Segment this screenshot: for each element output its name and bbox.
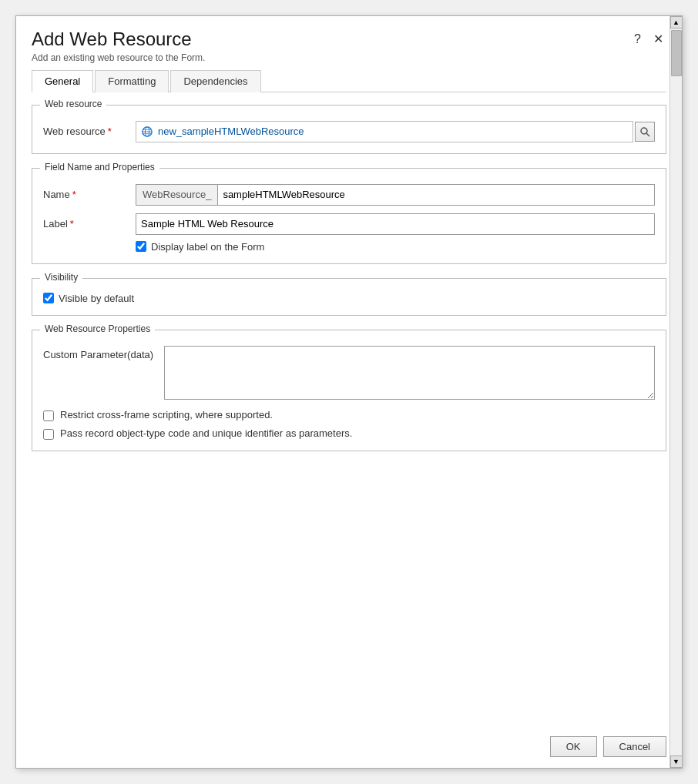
name-input[interactable] (218, 184, 655, 206)
tab-bar: General Formatting Dependencies (32, 69, 666, 92)
tab-formatting[interactable]: Formatting (95, 70, 169, 92)
svg-point-5 (641, 128, 647, 134)
name-required-star: * (72, 189, 76, 200)
custom-param-row: Custom Parameter(data) (43, 346, 655, 400)
restrict-cross-frame-text: Restrict cross-frame scripting, where su… (60, 409, 273, 420)
web-resource-field-row: Web resource * (43, 121, 655, 142)
name-label: Name * (43, 189, 136, 200)
dialog-title-area: Add Web Resource Add an existing web res… (32, 28, 205, 63)
label-input[interactable] (136, 213, 655, 235)
dialog-container: ▲ ▼ Add Web Resource Add an existing web… (0, 0, 698, 784)
web-resource-required-star: * (108, 126, 112, 137)
field-name-legend: Field Name and Properties (40, 162, 159, 173)
label-label: Label * (43, 218, 136, 230)
ok-button[interactable]: OK (550, 736, 597, 757)
dialog-title: Add Web Resource (32, 28, 205, 51)
web-resource-properties-legend: Web Resource Properties (40, 323, 155, 334)
visibility-legend: Visibility (40, 272, 82, 283)
custom-param-textarea[interactable] (164, 346, 655, 400)
scrollbar-track[interactable]: ▲ ▼ (669, 16, 682, 768)
svg-line-6 (646, 133, 649, 136)
dialog-titlebar: Add Web Resource Add an existing web res… (16, 16, 682, 69)
web-resource-properties-section: Web Resource Properties Custom Parameter… (32, 330, 666, 451)
web-resource-label: Web resource * (43, 126, 136, 137)
web-resource-icon (141, 126, 153, 138)
web-resource-legend: Web resource (40, 99, 106, 109)
web-resource-value: new_sampleHTMLWebResource (158, 126, 628, 137)
pass-record-checkbox[interactable] (43, 429, 54, 440)
label-field-row: Label * (43, 213, 655, 235)
visible-default-checkbox[interactable] (43, 293, 54, 303)
dialog-body: General Formatting Dependencies Web reso… (16, 69, 682, 727)
visibility-section: Visibility Visible by default (32, 278, 666, 316)
name-prefix: WebResource_ (136, 184, 218, 206)
scrollbar-down-btn[interactable]: ▼ (670, 756, 683, 768)
visible-default-text: Visible by default (59, 293, 134, 304)
web-resource-lookup-btn[interactable] (635, 122, 655, 142)
restrict-cross-frame-row: Restrict cross-frame scripting, where su… (43, 409, 655, 421)
close-button[interactable]: ✕ (650, 32, 666, 47)
cancel-button[interactable]: Cancel (603, 736, 666, 757)
web-resource-input-group: new_sampleHTMLWebResource (136, 121, 655, 142)
pass-record-text: Pass record object-type code and unique … (60, 427, 352, 439)
name-input-container: WebResource_ (136, 184, 655, 206)
web-resource-section: Web resource Web resource * (32, 105, 666, 154)
tab-dependencies[interactable]: Dependencies (170, 70, 260, 92)
visible-default-row: Visible by default (43, 293, 655, 304)
display-label-row: Display label on the Form (136, 241, 655, 253)
tab-general[interactable]: General (32, 70, 93, 92)
scrollbar-thumb[interactable] (671, 30, 682, 76)
pass-record-row: Pass record object-type code and unique … (43, 427, 655, 440)
dialog-title-buttons: ? ✕ (631, 28, 666, 47)
display-label-checkbox[interactable] (136, 241, 146, 252)
field-name-section: Field Name and Properties Name * WebReso… (32, 168, 666, 264)
custom-param-label: Custom Parameter(data) (43, 346, 153, 360)
restrict-cross-frame-checkbox[interactable] (43, 410, 54, 421)
dialog-window: ▲ ▼ Add Web Resource Add an existing web… (15, 15, 683, 769)
scrollbar-up-btn[interactable]: ▲ (670, 16, 683, 28)
help-button[interactable]: ? (631, 32, 644, 47)
web-resource-input-box[interactable]: new_sampleHTMLWebResource (136, 121, 633, 142)
dialog-subtitle: Add an existing web resource to the Form… (32, 52, 205, 63)
label-required-star: * (70, 218, 74, 230)
name-field-row: Name * WebResource_ (43, 184, 655, 206)
display-label-text: Display label on the Form (151, 241, 264, 253)
dialog-footer: OK Cancel (16, 727, 682, 768)
